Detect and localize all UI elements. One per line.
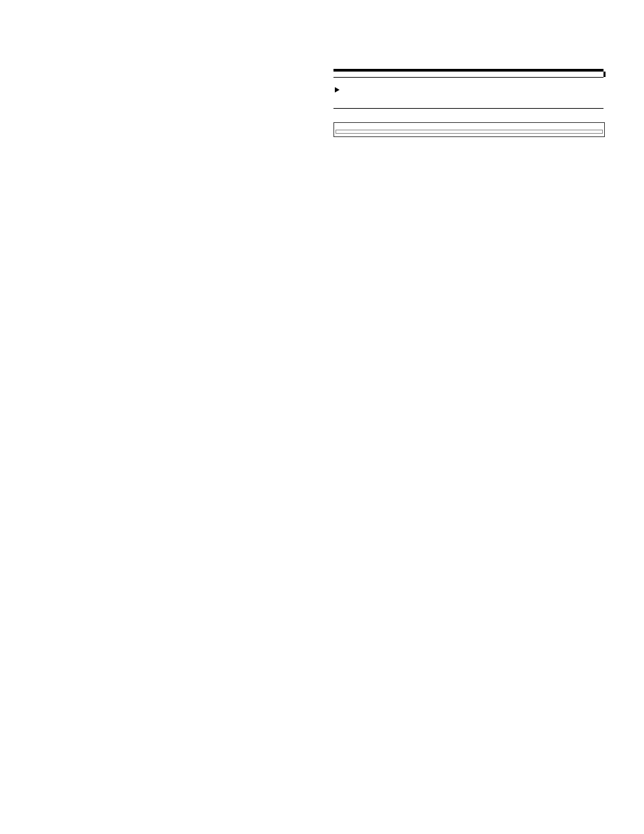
right-column	[333, 57, 603, 144]
left-column	[41, 57, 311, 144]
note-body	[333, 78, 603, 108]
content-columns	[41, 57, 603, 144]
note-title	[333, 72, 603, 78]
screenshot-range	[334, 134, 604, 136]
config-alarms-screenshot	[333, 122, 605, 137]
arrow-icon	[335, 87, 340, 93]
note-box	[333, 69, 603, 109]
screenshot-title	[334, 123, 604, 127]
page	[0, 0, 644, 834]
